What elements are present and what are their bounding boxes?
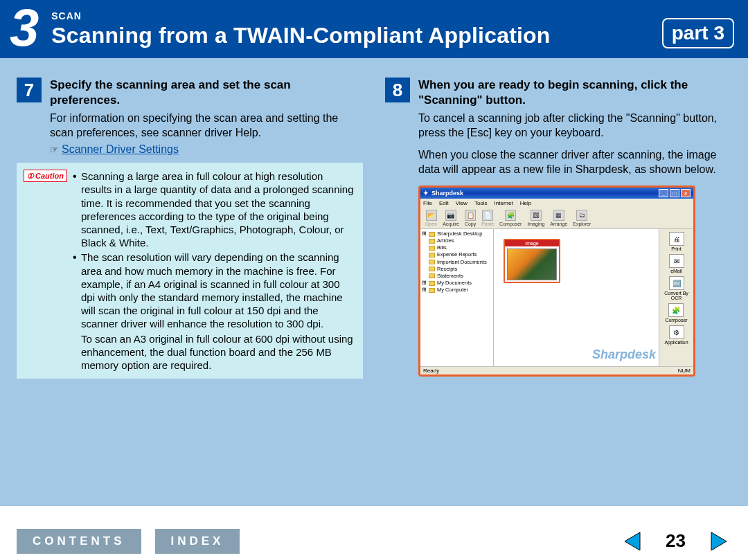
title-block: SCAN Scanning from a TWAIN-Compliant App… <box>51 10 652 51</box>
part-indicator: part 3 <box>662 18 734 48</box>
folder-icon <box>429 253 435 258</box>
section-name: SCAN <box>51 10 652 21</box>
tree-node[interactable]: Statements <box>422 273 492 280</box>
thumb-picture <box>507 249 557 280</box>
step-8-body: To cancel a scanning job after clicking … <box>418 111 731 177</box>
tree-node[interactable]: Articles <box>422 237 492 244</box>
folder-icon <box>429 288 435 293</box>
toolbar-imaging[interactable]: 🖼Imaging <box>525 209 546 227</box>
output-convert-by-ocr[interactable]: 🔤Convert By OCR <box>661 276 692 300</box>
sd-main-area: ⊞Sharpdesk DesktopArticlesBillsExpense R… <box>420 229 693 366</box>
tree-node[interactable]: Bills <box>422 244 492 251</box>
output-email[interactable]: ✉eMail <box>669 254 684 273</box>
toolbar-arrange-icon: ▦ <box>553 210 564 221</box>
sd-folder-tree: ⊞Sharpdesk DesktopArticlesBillsExpense R… <box>420 229 494 366</box>
step-8-p1: To cancel a scanning job after clicking … <box>418 111 731 141</box>
step-8-title: When you are ready to begin scanning, cl… <box>418 78 731 107</box>
toolbar-open: 📂Open <box>423 209 439 227</box>
tree-node[interactable]: ⊞My Computer <box>422 287 492 293</box>
tree-node[interactable]: ⊞My Documents <box>422 280 492 287</box>
folder-icon <box>429 246 435 251</box>
step-8-header: 8 When you are ready to begin scanning, … <box>385 78 731 107</box>
caution-bullet-2: The scan resolution will vary depending … <box>73 251 356 330</box>
svg-marker-0 <box>625 532 640 550</box>
menu-help[interactable]: Help <box>520 200 531 206</box>
sharpdesk-window: ✦ Sharpdesk _ □ × File Edit View Tools I… <box>418 186 695 377</box>
tree-node[interactable]: Receipts <box>422 266 492 273</box>
step-7-intro: For information on specifying the scan a… <box>50 111 363 141</box>
toolbar-explorer-icon: 🗂 <box>576 210 587 221</box>
folder-icon <box>429 267 435 271</box>
page-footer: CONTENTS INDEX 23 <box>0 522 748 560</box>
step-7-header: 7 Specify the scanning area and set the … <box>17 78 363 107</box>
menu-internet[interactable]: Internet <box>495 200 513 206</box>
caution-icon: ① <box>27 171 34 181</box>
tree-node[interactable]: Important Documents <box>422 259 492 266</box>
sd-app-icon: ✦ <box>423 190 429 197</box>
folder-icon <box>429 281 435 286</box>
sharpdesk-watermark: Sharpdesk <box>592 347 656 362</box>
minimize-button[interactable]: _ <box>659 189 668 197</box>
step-7-title: Specify the scanning area and set the sc… <box>50 78 363 107</box>
index-button[interactable]: INDEX <box>155 529 240 554</box>
toolbar-explorer[interactable]: 🗂Explorer <box>571 209 593 227</box>
folder-icon <box>429 260 435 264</box>
toolbar-paste: 📄Paste <box>479 209 496 227</box>
sd-titlebar: ✦ Sharpdesk _ □ × <box>420 188 693 199</box>
caution-text: Scanning a large area in full colour at … <box>73 170 356 372</box>
sd-canvas: Image Sharpdesk <box>494 229 659 366</box>
step-7-body: For information on specifying the scan a… <box>50 111 363 163</box>
output-print[interactable]: 🖨Print <box>669 232 684 251</box>
output-icon: 🔤 <box>669 276 684 290</box>
folder-icon <box>429 232 435 237</box>
page-title: Scanning from a TWAIN-Compliant Applicat… <box>51 23 652 48</box>
toolbar-composer-icon: 🧩 <box>505 210 516 221</box>
window-controls: _ □ × <box>659 189 691 197</box>
status-right: NUM <box>678 368 691 374</box>
page-number: 23 <box>659 530 693 552</box>
close-button[interactable]: × <box>681 189 691 197</box>
status-left: Ready <box>423 368 439 374</box>
caution-label: ①Caution <box>24 170 67 182</box>
chapter-header: 3 SCAN Scanning from a TWAIN-Compliant A… <box>0 0 748 58</box>
output-icon: ✉ <box>669 254 684 268</box>
thumb-label: Image <box>505 240 559 246</box>
caution-bullet-1: Scanning a large area in full colour at … <box>73 170 356 249</box>
menu-file[interactable]: File <box>423 200 432 206</box>
maximize-button[interactable]: □ <box>670 189 679 197</box>
toolbar-open-icon: 📂 <box>426 210 437 221</box>
next-page-arrow[interactable] <box>706 529 731 554</box>
output-icon: ⚙ <box>669 325 684 339</box>
sd-menubar: File Edit View Tools Internet Help <box>420 199 693 208</box>
tree-node[interactable]: Expense Reports <box>422 251 492 258</box>
toolbar-composer[interactable]: 🧩Composer <box>497 209 524 227</box>
menu-edit[interactable]: Edit <box>439 200 449 206</box>
toolbar-copy-icon: 📋 <box>465 210 476 221</box>
sd-output-bar: 🖨Print✉eMail🔤Convert By OCR🧩Composer⚙App… <box>659 229 693 366</box>
tree-node[interactable]: ⊞Sharpdesk Desktop <box>422 231 492 237</box>
toolbar-copy[interactable]: 📋Copy <box>463 209 478 227</box>
caution-label-text: Caution <box>35 171 64 181</box>
sd-toolbar: 📂Open📷Acquire📋Copy📄Paste🧩Composer🖼Imagin… <box>420 208 693 229</box>
output-composer[interactable]: 🧩Composer <box>665 303 687 323</box>
page-body: 7 Specify the scanning area and set the … <box>0 58 748 506</box>
toolbar-arrange[interactable]: ▦Arrange <box>548 209 569 227</box>
toolbar-paste-icon: 📄 <box>482 210 493 221</box>
sd-statusbar: Ready NUM <box>420 366 693 374</box>
prev-page-arrow[interactable] <box>620 529 645 554</box>
contents-button[interactable]: CONTENTS <box>17 529 141 554</box>
output-application[interactable]: ⚙Application <box>664 325 688 345</box>
scanner-driver-settings-link[interactable]: Scanner Driver Settings <box>62 143 179 157</box>
right-column: 8 When you are ready to begin scanning, … <box>385 78 731 492</box>
sd-title: Sharpdesk <box>431 190 463 197</box>
caution-bullet-2-cont: To scan an A3 original in full colour at… <box>73 332 356 372</box>
scanned-image-thumb[interactable]: Image <box>504 239 560 283</box>
step-7-number: 7 <box>17 78 42 102</box>
folder-icon <box>429 239 435 244</box>
output-icon: 🧩 <box>668 303 684 317</box>
menu-view[interactable]: View <box>456 200 467 206</box>
menu-tools[interactable]: Tools <box>474 200 488 206</box>
step-8-p2: When you close the scanner driver after … <box>418 148 731 177</box>
driver-link-row: ☞Scanner Driver Settings <box>50 140 363 163</box>
toolbar-acquire[interactable]: 📷Acquire <box>440 209 461 227</box>
